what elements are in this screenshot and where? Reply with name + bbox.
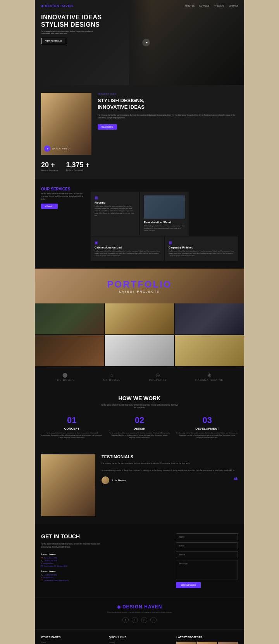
view-all-button[interactable]: VIEW ALL [41, 204, 58, 209]
about-content: PROJECT INFO STYLISH DESIGNS, INNOVATIVE… [98, 93, 238, 171]
testimonials-quote: An overwhelming passion of design has co… [102, 469, 238, 472]
remodulation-image [144, 195, 184, 219]
portfolio-grid [35, 303, 244, 366]
testimonials-section: TESTIMONIALS Far far away, behind the wo… [35, 447, 244, 524]
address2-icon: 📍 [41, 579, 43, 581]
flooring-icon: ▦ [95, 195, 135, 200]
watch-video-button[interactable]: WATCH VIDEO [44, 146, 70, 152]
view-portfolio-button[interactable]: VIEW PORTFOLIO [41, 38, 66, 44]
social-twitter[interactable]: t [132, 617, 138, 623]
footer-bottom: OTHER PAGES Home About Us Services Portf… [35, 629, 244, 644]
footer-col-other-pages: OTHER PAGES Home About Us Services Portf… [41, 636, 103, 644]
cabinets-icon: ▣ [95, 240, 160, 245]
brand-doors-icon: ⬤ [55, 372, 75, 378]
contact-name-input[interactable] [176, 533, 238, 540]
contact-email1: ✉ info@test.com [41, 562, 170, 564]
how-step-1: 01 CONCEPT Far far away, behind the word… [41, 415, 103, 439]
nav-projects[interactable]: PROJECTS [214, 5, 224, 7]
play-circle-icon [44, 146, 50, 152]
location-icon: 📍 [41, 557, 43, 559]
service-flooring: ▦ Flooring Far far away, behind the word… [91, 192, 139, 236]
testimonials-content: TESTIMONIALS Far far away, behind the wo… [102, 454, 238, 516]
contact-message-input[interactable] [176, 560, 238, 579]
quote-icon: ❝ [234, 476, 238, 485]
portfolio-section: PORTFOLIO LATEST PROJECTS [35, 269, 244, 366]
phone-icon: 📞 [41, 560, 43, 562]
footer-thumb-3[interactable] [218, 642, 238, 644]
footer-quicklink-flooring[interactable]: Flooring [109, 642, 170, 644]
services-section: OUR SERVICES Far far away, behind the wo… [35, 179, 244, 269]
footer-col-latest-projects: LATEST PROJECTS [176, 636, 238, 644]
about-image: WATCH VIDEO [41, 93, 91, 155]
nav-contact[interactable]: CONTACT [229, 5, 238, 7]
portfolio-item-6[interactable] [175, 335, 244, 366]
services-title: OUR SERVICES [41, 187, 88, 191]
contact-phone1: 📞 +1 (845) 123-1234 [41, 560, 170, 562]
brand-the-doors: ⬤ THE DOORS [55, 372, 75, 381]
contact-description: Far far away, behind the word mountains,… [41, 543, 103, 548]
testimonials-image [41, 454, 95, 516]
footer-thumb-1[interactable] [176, 642, 196, 644]
brand-property: ◎ Property [149, 372, 167, 381]
contact-left: GET IN TOUCH Far far away, behind the wo… [41, 533, 170, 588]
about-text: Far far away, behind the word mountains,… [98, 114, 238, 119]
contact-phone2: 📞 +1 (845) 123-1234 [41, 574, 170, 576]
how-step-3: 03 DEVELOPMENT Far far away, behind the … [176, 415, 238, 439]
read-more-button[interactable]: READ MORE [98, 124, 117, 130]
brand-property-icon: ◎ [149, 372, 167, 378]
nav-services[interactable]: SERVICES [199, 5, 209, 7]
footer-col-quick-links: QUICK LINKS Flooring Remodulation Cabine… [109, 636, 170, 644]
hero-content: INNOVATIVE IDEAS STYLISH DESIGNS Far far… [41, 14, 102, 44]
footer-link-home[interactable]: Home [41, 642, 103, 644]
testimonials-title: TESTIMONIALS [102, 454, 238, 459]
portfolio-item-4[interactable] [35, 335, 104, 366]
about-stats: 20 + Years of Experience 1,375 + Project… [41, 161, 91, 171]
how-we-work-desc: Far far away, behind the word mountains,… [101, 404, 178, 409]
contact-location1: 🗺 Some location TX, Edinburg 1012 [41, 565, 170, 567]
portfolio-item-2[interactable] [105, 303, 174, 334]
stat-projects: 1,375 + Projects Completed [66, 161, 90, 171]
footer-logo: ◈ DESIGN HAVEN [41, 604, 238, 610]
testimonials-text1: Far far away, behind the word mountains,… [102, 462, 238, 465]
how-we-work-section: HOW WE WORK Far far away, behind the wor… [35, 387, 244, 447]
hero-title: INNOVATIVE IDEAS STYLISH DESIGNS [41, 14, 102, 28]
contact-info2-label: Lorem Ipsum [41, 570, 170, 572]
about-section: WATCH VIDEO 20 + Years of Experience 1,3… [35, 85, 244, 179]
contact-submit-button[interactable]: SEND MESSAGE [176, 582, 201, 588]
contact-email2: ✉ info@test.com [41, 577, 170, 579]
service-cabinets: ▣ Cabinets/customized Far far away, behi… [91, 236, 164, 261]
how-step-2: 02 DESIGN Far far away, behind the word … [109, 415, 170, 439]
hero-section: ◈ DESIGN HAVEN ABOUT US SERVICES PROJECT… [35, 0, 244, 85]
portfolio-item-3[interactable] [175, 303, 244, 334]
services-header: OUR SERVICES Far far away, behind the wo… [41, 187, 88, 258]
footer-thumb-2[interactable] [197, 642, 217, 644]
email-icon: ✉ [41, 562, 42, 564]
stat-experience: 20 + Years of Experience [41, 161, 59, 171]
service-remodulation: Remodulation / Paint Working they had ju… [140, 192, 188, 236]
nav-about[interactable]: ABOUT US [185, 5, 195, 7]
portfolio-item-5[interactable] [105, 335, 174, 366]
how-we-work-title: HOW WE WORK [41, 395, 238, 401]
portfolio-subtitle: LATEST PROJECTS [119, 290, 160, 293]
contact-phone-input[interactable] [176, 551, 238, 558]
social-pinterest[interactable]: p [150, 617, 157, 623]
social-linkedin[interactable]: in [141, 617, 147, 623]
hero-subtitle: Far far away, behind the word mountains,… [41, 30, 95, 35]
carpentry-icon: ▦ [169, 240, 234, 245]
brand-habana-icon: ◉ [195, 372, 224, 378]
services-top-grid: ▦ Flooring Far far away, behind the word… [91, 192, 238, 236]
portfolio-item-1[interactable] [35, 303, 104, 334]
logo: ◈ DESIGN HAVEN [41, 4, 73, 8]
contact-section: GET IN TOUCH Far far away, behind the wo… [35, 524, 244, 598]
testimonials-author: Luis Fiastro ❝ [102, 476, 238, 485]
brand-habana: ◉ Habana Ibrahim [195, 372, 224, 381]
social-facebook[interactable]: f [122, 617, 129, 623]
contact-email-input[interactable] [176, 542, 238, 549]
brand-house-icon: ⌂ [103, 372, 121, 378]
contact-info1-label: Lorem Ipsum [41, 553, 170, 555]
map-icon: 🗺 [41, 565, 43, 567]
hero-play-button[interactable] [142, 39, 150, 46]
footer-logo-section: ◈ DESIGN HAVEN Where beauty meets functi… [35, 598, 244, 629]
brand-my-house: ⌂ My House [103, 372, 121, 381]
contact-form: SEND MESSAGE [176, 533, 238, 588]
